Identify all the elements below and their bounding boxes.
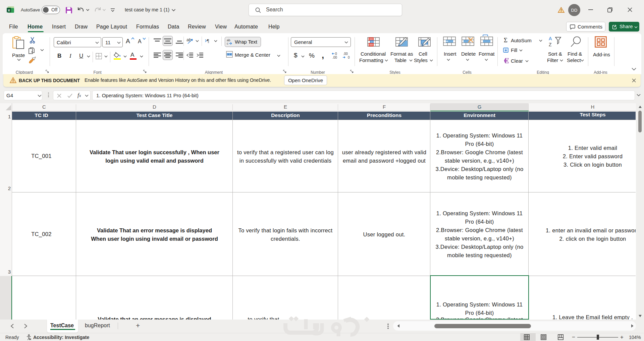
svg-text:Z: Z <box>549 42 552 47</box>
svg-text:ab: ab <box>186 37 191 42</box>
svg-text:¶: ¶ <box>207 39 209 44</box>
svg-text:x: x <box>8 8 10 12</box>
svg-text:A: A <box>549 36 552 41</box>
svg-text:0: 0 <box>335 52 337 56</box>
svg-text:.00: .00 <box>332 56 337 59</box>
svg-text:0: 0 <box>348 56 350 59</box>
svg-text:.00: .00 <box>343 52 348 56</box>
svg-text:c: c <box>227 42 228 45</box>
